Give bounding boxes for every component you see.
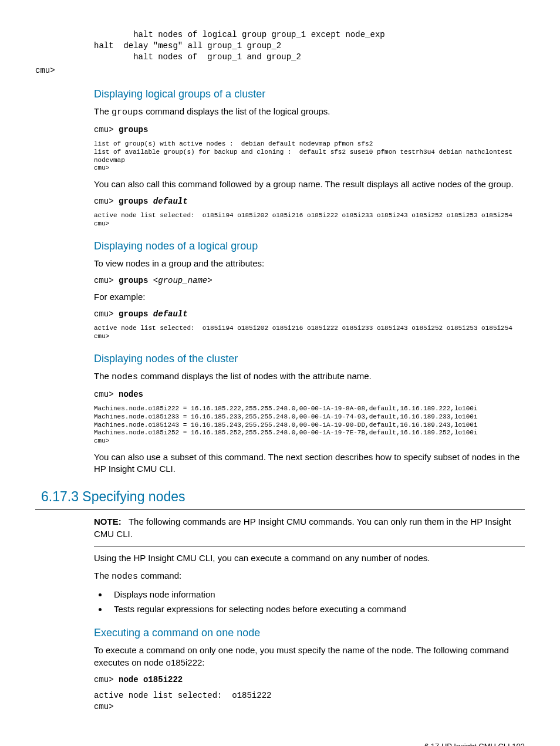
command-output: active node list selected: o185i222 cmu> [94,690,525,713]
command: groups [119,276,153,285]
command-output: active node list selected: o185i194 o185… [94,325,525,341]
paragraph: To execute a command on only one node, y… [94,644,525,669]
heading-nodes-cluster: Displaying nodes of the cluster [94,352,525,366]
paragraph: To view nodes in a group and the attribu… [94,258,525,269]
note-block: NOTE: The following commands are HP Insi… [94,516,525,540]
command-arg: default [153,197,188,206]
note-rule [94,546,525,546]
text: command displays the list of the logical… [143,106,330,116]
prompt: cmu> [94,675,119,684]
command-arg: default [153,309,188,319]
section-rule [35,509,525,510]
command-line: cmu> nodes [94,389,525,400]
inline-code: nodes [112,372,138,382]
note-text: The following commands are HP Insight CM… [94,517,511,538]
heading-nodes-logical-group: Displaying nodes of a logical group [94,239,525,253]
prompt: cmu> [94,309,119,319]
paragraph: For example: [94,291,525,303]
command: groups [119,309,153,319]
heading-exec-one-node: Executing a command on one node [94,626,525,640]
command: groups [119,197,153,206]
text: command displays the list of nodes with … [138,371,372,381]
top-prompt: cmu> [35,65,525,76]
note-label: NOTE: [94,517,122,526]
heading-specifying-nodes: 6.17.3 Specifying nodes [41,488,525,506]
paragraph: The nodes command: [94,570,525,583]
text: command: [138,571,181,580]
prompt: cmu> [94,197,119,206]
inline-code: groups [112,107,143,117]
command-line: cmu> node o185i222 [94,674,525,686]
paragraph: Using the HP Insight CMU CLI, you can ex… [94,552,525,564]
bullet-list: Displays node information Tests regular … [94,589,525,615]
page-footer: 6.17 HP Insight CMU CLI 103 [35,741,525,746]
paragraph: You can also call this command followed … [94,178,525,190]
inline-code: nodes [112,572,138,582]
command-line: cmu> groups [94,124,525,136]
top-code-block: halt nodes of logical group group_1 exce… [94,29,525,63]
prompt: cmu> [94,276,119,285]
text: The [94,571,112,580]
command: node o185i222 [119,675,183,684]
command-output: Machines.node.o185i222 = 16.16.185.222,2… [94,405,525,445]
command-line: cmu> groups default [94,196,525,207]
command-output: list of group(s) with active nodes : deb… [94,140,525,173]
command: groups [119,125,148,134]
prompt: cmu> [94,125,119,134]
paragraph: The nodes command displays the list of n… [94,370,525,383]
command-output: active node list selected: o185i194 o185… [94,212,525,228]
command: nodes [119,390,143,399]
text: The [94,371,112,381]
command-line: cmu> groups <group_name> [94,275,525,286]
prompt: cmu> [94,390,119,399]
heading-logical-groups: Displaying logical groups of a cluster [94,87,525,101]
list-item: Tests regular expressions for selecting … [108,603,525,615]
list-item: Displays node information [108,589,525,600]
text: The [94,106,112,116]
command-line: cmu> groups default [94,309,525,320]
paragraph: The groups command displays the list of … [94,106,525,119]
paragraph: You can also use a subset of this comman… [94,451,525,475]
command-arg: <group_name> [153,276,212,285]
